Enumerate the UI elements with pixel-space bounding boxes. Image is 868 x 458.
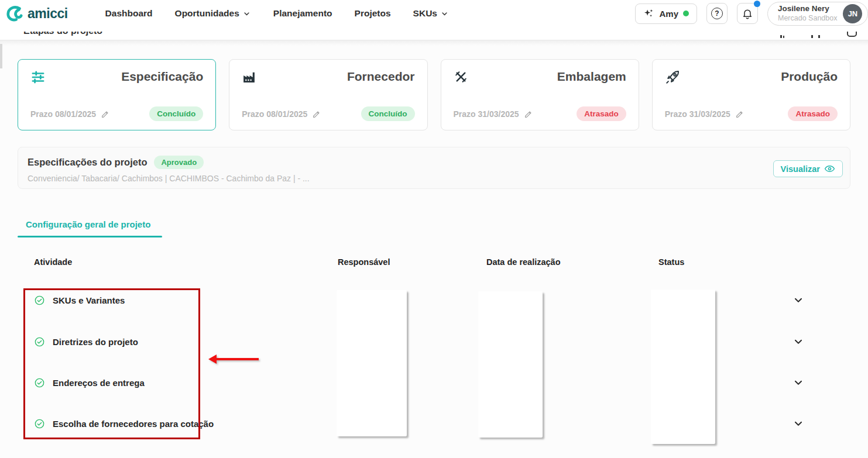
visualizar-button[interactable]: Visualizar (773, 160, 843, 177)
stage-deadline: Prazo 08/01/2025 (242, 109, 321, 119)
help-icon: ? (711, 8, 723, 19)
project-specifications-panel: Especificações do projeto Aprovado Conve… (18, 147, 850, 189)
approved-badge: Aprovado (154, 156, 204, 169)
avatar: JN (843, 4, 862, 23)
table-row-skus-variantes[interactable]: SKUs e Variantes (18, 291, 850, 309)
status-badge: Atrasado (577, 106, 626, 121)
packaging-icon (454, 70, 468, 84)
annotation-arrow (208, 354, 261, 364)
stage-title: Embalagem (557, 70, 626, 84)
check-circle-icon (34, 377, 45, 388)
clipped-scroll-strip: Etapas do projeto (0, 32, 868, 40)
rocket-icon (665, 70, 680, 85)
chevron-down-icon (792, 294, 805, 307)
nav-label: SKUs (413, 8, 437, 19)
deadline-text: Prazo 08/01/2025 (242, 109, 307, 119)
clipped-text-fragment (811, 35, 813, 38)
page-content: Especificação Prazo 08/01/2025 Concluído (0, 40, 868, 458)
section-title-clipped: Etapas do projeto (23, 32, 102, 36)
nav-label: Projetos (355, 8, 391, 19)
user-profile-menu[interactable]: Josilene Nery Mercado Sandbox JN (767, 2, 868, 26)
stage-card-especificacao[interactable]: Especificação Prazo 08/01/2025 Concluído (18, 59, 216, 130)
edit-pencil-icon[interactable] (312, 109, 321, 119)
amy-label: Amy (659, 9, 678, 19)
chevron-down-icon (242, 9, 251, 18)
status-badge: Concluído (361, 106, 415, 121)
top-navbar: amicci Dashboard Oportunidades Planejame… (0, 0, 868, 32)
project-stage-cards: Especificação Prazo 08/01/2025 Concluído (18, 59, 850, 130)
stage-deadline: Prazo 08/01/2025 (30, 109, 110, 119)
notifications-button[interactable] (737, 3, 758, 24)
edit-pencil-icon[interactable] (735, 109, 745, 119)
bell-icon (742, 8, 753, 19)
table-row-escolha-fornecedores[interactable]: Escolha de fornecedores para cotação (18, 415, 850, 432)
app-window: amicci Dashboard Oportunidades Planejame… (0, 0, 868, 458)
clipped-toolbar-icon (847, 32, 857, 37)
stage-deadline: Prazo 31/03/2025 (665, 109, 745, 119)
activity-label: SKUs e Variantes (53, 295, 125, 305)
main-nav: Dashboard Oportunidades Planejamento Pro… (105, 8, 449, 19)
tune-icon (30, 70, 46, 85)
stage-title: Fornecedor (347, 70, 415, 84)
chevron-down-icon (792, 335, 805, 348)
notification-badge-dot (754, 1, 760, 7)
edit-pencil-icon[interactable] (524, 109, 533, 119)
spec-panel-title: Especificações do projeto (28, 157, 147, 168)
expand-row-button[interactable] (791, 416, 805, 431)
column-header-atividade: Atividade (34, 257, 72, 267)
amy-assistant-button[interactable]: Amy (635, 4, 697, 24)
stage-card-producao[interactable]: Produção Prazo 31/03/2025 Atrasado (652, 59, 850, 130)
column-header-status: Status (658, 257, 684, 267)
tab-configuracao-geral[interactable]: Configuração geral de projeto (26, 219, 150, 229)
expand-row-button[interactable] (791, 376, 805, 390)
deadline-text: Prazo 31/03/2025 (454, 109, 519, 119)
nav-item-planejamento[interactable]: Planejamento (273, 8, 332, 19)
nav-item-oportunidades[interactable]: Oportunidades (175, 8, 251, 19)
table-row-enderecos[interactable]: Endereços de entrega (18, 374, 850, 391)
stage-title: Especificação (121, 70, 203, 84)
status-badge: Atrasado (788, 106, 838, 121)
help-button[interactable]: ? (706, 3, 728, 24)
edit-pencil-icon[interactable] (101, 109, 110, 119)
brand-logo[interactable]: amicci (6, 5, 68, 22)
nav-item-skus[interactable]: SKUs (413, 8, 449, 19)
eye-icon (824, 163, 835, 174)
clipped-text-fragment (780, 35, 782, 38)
status-badge: Concluído (149, 106, 203, 121)
nav-label: Oportunidades (175, 8, 239, 19)
nav-item-projetos[interactable]: Projetos (355, 8, 391, 19)
chevron-down-icon (792, 417, 805, 430)
spec-panel-subtitle: Conveniencia/ Tabacaria/ Cachimbos | CAC… (28, 174, 310, 183)
stage-card-fornecedor[interactable]: Fornecedor Prazo 08/01/2025 Concluído (229, 59, 427, 130)
chevron-down-icon (792, 376, 805, 389)
stage-card-embalagem[interactable]: Embalagem Prazo 31/03/2025 Atrasado (441, 59, 639, 130)
factory-icon (242, 70, 256, 84)
nav-item-dashboard[interactable]: Dashboard (105, 8, 153, 19)
deadline-text: Prazo 31/03/2025 (665, 109, 730, 119)
clipped-text-fragment (783, 36, 784, 38)
active-tab-indicator (18, 236, 162, 237)
brand-wordmark: amicci (28, 6, 68, 22)
amicci-logo-icon (6, 5, 23, 22)
activity-label: Diretrizes do projeto (53, 337, 138, 347)
expand-row-button[interactable] (791, 293, 805, 307)
visualizar-label: Visualizar (781, 164, 820, 174)
header-actions: Amy ? Josilene Nery Mercado Sandbox JN (635, 2, 868, 26)
chevron-down-icon (440, 9, 449, 18)
table-row-diretrizes[interactable]: Diretrizes do projeto (18, 333, 850, 350)
user-organization: Mercado Sandbox (778, 14, 837, 23)
expand-row-button[interactable] (791, 335, 805, 349)
activity-label: Endereços de entrega (53, 378, 145, 388)
stage-title: Produção (781, 70, 838, 84)
stage-deadline: Prazo 31/03/2025 (454, 109, 533, 119)
nav-label: Planejamento (273, 8, 332, 19)
clipped-text-fragment (818, 35, 820, 38)
user-info: Josilene Nery Mercado Sandbox (778, 4, 837, 23)
check-circle-icon (34, 295, 45, 306)
nav-label: Dashboard (105, 8, 153, 19)
check-circle-icon (34, 418, 45, 429)
column-header-data: Data de realização (486, 257, 561, 267)
online-status-dot (683, 11, 689, 16)
column-header-responsavel: Responsável (338, 257, 390, 267)
scrollbar-thumb[interactable] (0, 44, 2, 68)
